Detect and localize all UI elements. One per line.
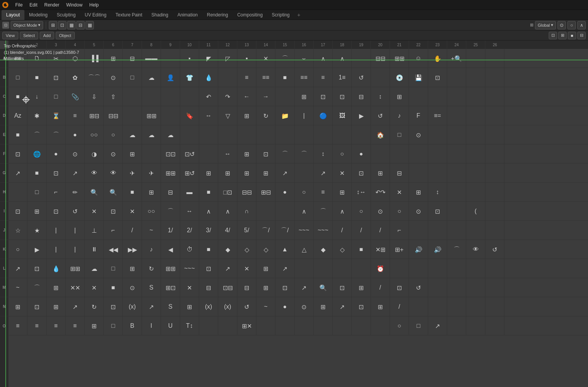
icon-cell-O21[interactable]: ○ [390, 316, 409, 335]
icon-cell-L9[interactable]: ⊞⊞ [161, 259, 180, 278]
icon-cell-O15[interactable] [275, 316, 295, 335]
icon-cell-E9[interactable]: ☁ [161, 125, 180, 144]
icon-cell-B11[interactable]: 💧 [199, 68, 218, 87]
icon-cell-A7[interactable]: ⊟ [123, 49, 142, 68]
icon-cell-I17[interactable]: ⌒ [314, 202, 333, 221]
icon-cell-O8[interactable]: I [142, 316, 161, 335]
icon-cell-L4[interactable]: ⊞⊞ [66, 259, 85, 278]
icon-cell-K25[interactable]: 👁 [466, 240, 485, 259]
icon-cell-E15[interactable] [275, 125, 295, 144]
icon-cell-B12[interactable] [218, 68, 237, 87]
icon-cell-D11[interactable]: ↔ [199, 106, 218, 125]
icon-cell-N7[interactable]: (x) [123, 297, 142, 316]
icon-cell-L19[interactable] [352, 259, 371, 278]
icon-cell-F22[interactable] [409, 144, 428, 164]
icon-cell-O3[interactable]: ≡ [47, 316, 66, 335]
icon-cell-K24[interactable]: ⌒ [447, 240, 466, 259]
icon-cell-G5[interactable]: 👁 [85, 164, 104, 183]
icon-cell-O22[interactable]: □ [409, 316, 428, 335]
icon-cell-F5[interactable]: ◑ [85, 144, 104, 164]
icon-cell-O13[interactable]: ⊞✕ [237, 316, 256, 335]
icon-cell-J18[interactable]: / [333, 221, 352, 240]
icon-cell-L12[interactable]: ↗ [218, 259, 237, 278]
icon-cell-G2[interactable]: ■ [27, 164, 47, 183]
icon-cell-J11[interactable]: 3/ [199, 221, 218, 240]
extras-btn[interactable]: ∧ [577, 21, 586, 29]
icon-cell-O25[interactable] [466, 316, 485, 335]
icon-cell-L1[interactable]: ↗ [8, 259, 27, 278]
icon-cell-A6[interactable]: ⊞ [104, 49, 123, 68]
view-menu[interactable]: View [2, 32, 18, 39]
icon-cell-N18[interactable]: ↗ [333, 297, 352, 316]
icon-cell-C24[interactable] [447, 87, 466, 106]
icon-cell-E25[interactable] [466, 125, 485, 144]
icon-cell-E21[interactable]: □ [390, 125, 409, 144]
icon-cell-C2[interactable]: ↓ [27, 87, 47, 106]
icon-cell-C22[interactable] [409, 87, 428, 106]
icon-cell-F9[interactable]: ⊡⊡ [161, 144, 180, 164]
icon-cell-M22[interactable]: ↺ [409, 278, 428, 297]
toolbar-btn-4[interactable]: ⊟ [76, 21, 85, 29]
icon-cell-E14[interactable] [256, 125, 275, 144]
icon-cell-I6[interactable]: ⊡ [104, 202, 123, 221]
tab-layout[interactable]: Layout [2, 10, 24, 20]
icon-cell-D24[interactable] [447, 106, 466, 125]
icon-cell-A25[interactable] [466, 49, 485, 68]
icon-cell-G8[interactable]: ✈ [142, 164, 161, 183]
icon-cell-O23[interactable]: ↗ [428, 316, 447, 335]
icon-cell-N11[interactable]: (x) [199, 297, 218, 316]
icon-cell-N4[interactable]: ↗ [66, 297, 85, 316]
icon-cell-G19[interactable]: ⊡ [352, 164, 371, 183]
icon-cell-K13[interactable]: ◇ [237, 240, 256, 259]
icon-cell-C14[interactable]: → [256, 87, 275, 106]
icon-cell-M13[interactable]: ⊟ [237, 278, 256, 297]
icon-cell-J3[interactable]: | [47, 221, 66, 240]
icon-cell-M4[interactable]: ✕✕ [66, 278, 85, 297]
icon-cell-F6[interactable]: ⊙ [104, 144, 123, 164]
icon-cell-D21[interactable]: ♪ [390, 106, 409, 125]
icon-cell-H14[interactable]: ⊞⊟ [256, 183, 275, 202]
icon-cell-F1[interactable]: ⊡ [8, 144, 27, 164]
icon-cell-D25[interactable] [466, 106, 485, 125]
icon-cell-D20[interactable]: ↺ [371, 106, 390, 125]
icon-cell-E2[interactable]: ⌒ [27, 125, 47, 144]
icon-cell-A15[interactable]: ⌒ [275, 49, 295, 68]
snap-btn[interactable]: ⊙ [557, 21, 566, 29]
icon-cell-M2[interactable]: ⌒ [27, 278, 47, 297]
icon-cell-B7[interactable]: □ [123, 68, 142, 87]
icon-cell-B10[interactable]: 👕 [180, 68, 199, 87]
icon-cell-I11[interactable]: ∧ [199, 202, 218, 221]
icon-cell-M25[interactable] [466, 278, 485, 297]
icon-cell-J22[interactable] [409, 221, 428, 240]
icon-cell-M9[interactable]: ⊞⊡ [161, 278, 180, 297]
icon-cell-M18[interactable]: ⊡ [333, 278, 352, 297]
add-workspace-button[interactable]: + [294, 11, 303, 19]
icon-cell-N1[interactable]: ⊞ [8, 297, 27, 316]
tab-animation[interactable]: Animation [173, 10, 202, 20]
icon-cell-M5[interactable]: ✕ [85, 278, 104, 297]
toolbar-btn-2[interactable]: ⊡ [58, 21, 66, 29]
icon-cell-I23[interactable]: ⊡ [428, 202, 447, 221]
icon-cell-M12[interactable]: ⊡⊟ [218, 278, 237, 297]
icon-cell-C23[interactable] [428, 87, 447, 106]
icon-cell-M16[interactable]: ↗ [295, 278, 314, 297]
icon-cell-M20[interactable]: / [371, 278, 390, 297]
icon-cell-F20[interactable] [371, 144, 390, 164]
icon-cell-N14[interactable]: ~ [256, 297, 275, 316]
icon-cell-F23[interactable] [428, 144, 447, 164]
overlay-btn-2[interactable]: ⊞ [558, 32, 567, 39]
overlay-btn-3[interactable]: ■ [568, 32, 576, 39]
icon-cell-C3[interactable]: □ [47, 87, 66, 106]
tab-texture-paint[interactable]: Texture Paint [111, 10, 147, 20]
icon-cell-H2[interactable]: □ [27, 183, 47, 202]
icon-cell-N24[interactable] [447, 297, 466, 316]
icon-cell-N20[interactable]: ⊞ [371, 297, 390, 316]
icon-cell-B14[interactable]: ≡≡ [256, 68, 275, 87]
icon-cell-L13[interactable]: ✕ [237, 259, 256, 278]
icon-cell-K16[interactable]: △ [295, 240, 314, 259]
icon-cell-A23[interactable]: ✋ [428, 49, 447, 68]
icon-cell-E7[interactable]: ☁ [123, 125, 142, 144]
icon-cell-H17[interactable]: ≡ [314, 183, 333, 202]
icon-cell-D14[interactable]: ↻ [256, 106, 275, 125]
icon-cell-I21[interactable]: ○ [390, 202, 409, 221]
